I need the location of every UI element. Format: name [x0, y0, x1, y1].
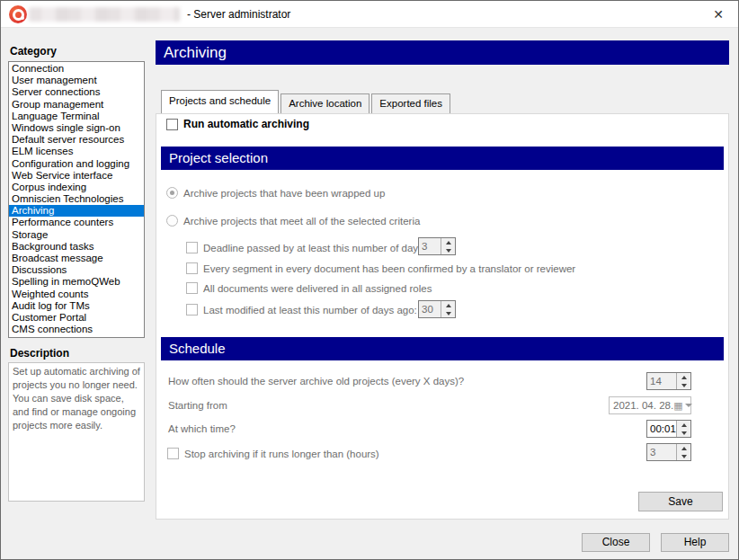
category-label: Category [10, 45, 57, 58]
run-automatic-archiving-label: Run automatic archiving [183, 119, 309, 130]
save-button[interactable]: Save [638, 492, 723, 511]
category-item[interactable]: Audit log for TMs [9, 300, 144, 312]
category-item[interactable]: Spelling in memoQWeb [9, 276, 144, 288]
memoq-logo-icon [9, 5, 27, 23]
category-item[interactable]: Default server resources [9, 134, 144, 146]
spinner-down-button[interactable] [677, 429, 690, 437]
last-modified-days-spinner[interactable]: 30 [418, 300, 456, 318]
radio-archive-criteria[interactable] [166, 215, 178, 227]
spinner-up-button[interactable] [677, 373, 690, 381]
category-item[interactable]: Web Service interface [9, 170, 144, 182]
title-bar: - Server administrator ✕ [1, 1, 738, 28]
category-item[interactable]: Configuration and logging [9, 158, 144, 170]
starting-from-label: Starting from [168, 400, 227, 412]
close-dialog-button[interactable]: Close [582, 533, 650, 552]
stop-hours-spinner[interactable]: 3 [646, 443, 691, 461]
category-item[interactable]: ELM licenses [9, 146, 144, 157]
spinner-down-button[interactable] [441, 309, 455, 317]
category-item[interactable]: Connection [9, 63, 144, 75]
window-title: - Server administrator [187, 8, 290, 21]
every-segment-confirmed-checkbox[interactable] [186, 262, 198, 274]
radio-archive-wrapped-up-label: Archive projects that have been wrapped … [183, 188, 385, 200]
dropdown-arrow-icon[interactable] [685, 404, 692, 407]
last-modified-checkbox[interactable] [186, 304, 198, 316]
frequency-days-value: 14 [647, 373, 676, 389]
category-item[interactable]: Language Terminal [9, 111, 144, 122]
deadline-days-value: 3 [419, 238, 441, 254]
frequency-label: How often should the server archive old … [168, 376, 464, 387]
stop-hours-value: 3 [647, 444, 676, 460]
help-button[interactable]: Help [661, 533, 729, 552]
redacted-server-name [29, 7, 180, 22]
deadline-passed-checkbox[interactable] [186, 242, 198, 253]
category-item[interactable]: Discussions [9, 264, 144, 276]
close-icon: ✕ [713, 7, 724, 22]
page-title: Archiving [156, 40, 729, 65]
every-segment-confirmed-label: Every segment in every document has been… [203, 263, 575, 275]
time-value: 00:01 [647, 421, 676, 437]
start-date-field[interactable]: 2021. 04. 28. ▦ [609, 396, 691, 414]
tab-strip: Projects and schedule Archive location E… [161, 92, 452, 113]
radio-archive-criteria-label: Archive projects that meet all of the se… [183, 216, 420, 227]
stop-archiving-label: Stop archiving if it runs longer than (h… [184, 449, 379, 460]
description-box: Set up automatic archiving of projects y… [8, 362, 145, 502]
run-automatic-archiving-checkbox[interactable] [166, 119, 178, 130]
at-which-time-label: At which time? [168, 423, 236, 435]
category-item[interactable]: Omniscien Technologies [9, 193, 144, 205]
section-header-project-selection: Project selection [161, 147, 724, 170]
category-item[interactable]: Customer Portal [9, 312, 144, 324]
calendar-icon: ▦ [673, 400, 682, 412]
category-item[interactable]: Server connections [9, 86, 144, 98]
all-documents-delivered-checkbox[interactable] [186, 282, 198, 294]
category-item[interactable]: Performance counters [9, 217, 144, 228]
category-listbox[interactable]: Connection User management Server connec… [8, 61, 145, 338]
section-header-schedule: Schedule [161, 337, 724, 360]
time-spinner[interactable]: 00:01 [646, 420, 691, 438]
spinner-up-button[interactable] [441, 238, 455, 246]
stop-archiving-checkbox[interactable] [167, 448, 179, 459]
category-item[interactable]: Broadcast message [9, 253, 144, 264]
spinner-down-button[interactable] [677, 381, 690, 389]
category-item-archiving-selected[interactable]: Archiving [9, 205, 144, 217]
category-item[interactable]: Weighted counts [9, 289, 144, 300]
close-button[interactable]: ✕ [708, 4, 729, 25]
spinner-up-button[interactable] [441, 301, 455, 309]
start-date-value: 2021. 04. 28. [610, 400, 673, 411]
category-item[interactable]: Windows single sign-on [9, 122, 144, 134]
description-label: Description [10, 347, 69, 360]
spinner-up-button[interactable] [677, 421, 690, 429]
server-administrator-window: - Server administrator ✕ Category Connec… [0, 0, 739, 560]
category-item[interactable]: CMS connections [9, 324, 144, 335]
category-item[interactable]: Corpus indexing [9, 182, 144, 193]
category-item[interactable]: Group management [9, 99, 144, 111]
deadline-days-spinner[interactable]: 3 [418, 237, 456, 255]
all-documents-delivered-label: All documents were delivered in all assi… [203, 283, 432, 295]
category-item[interactable]: Background tasks [9, 241, 144, 253]
category-item[interactable]: Storage [9, 229, 144, 241]
deadline-passed-label: Deadline passed by at least this number … [203, 243, 426, 254]
tab-archive-location[interactable]: Archive location [280, 93, 370, 113]
last-modified-days-value: 30 [419, 301, 441, 317]
radio-archive-wrapped-up[interactable] [166, 187, 178, 199]
spinner-up-button[interactable] [677, 444, 690, 452]
frequency-days-spinner[interactable]: 14 [646, 372, 691, 390]
category-item[interactable]: User management [9, 75, 144, 86]
tab-projects-and-schedule[interactable]: Projects and schedule [161, 90, 279, 113]
tab-exported-files[interactable]: Exported files [371, 93, 450, 113]
spinner-down-button[interactable] [441, 246, 455, 254]
spinner-down-button[interactable] [677, 452, 690, 460]
last-modified-label: Last modified at least this number of da… [203, 305, 417, 316]
